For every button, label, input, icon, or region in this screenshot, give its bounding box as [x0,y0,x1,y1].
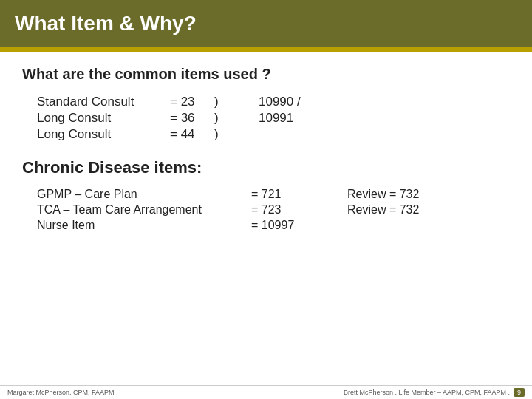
footer-left: Margaret McPherson. CPM, FAAPM [7,389,115,396]
accent-bar [0,47,532,52]
chronic-val: = 721 [251,188,347,201]
chronic-row: Nurse Item = 10997 [37,219,510,232]
footer-page-num: 9 [514,388,525,397]
table-row: Long Consult = 44 ) [37,127,510,142]
item-name: Long Consult [37,111,170,126]
table-row: Standard Consult = 23 ) 10990 / [37,95,510,109]
title-bar: What Item & Why? [0,0,532,47]
footer-right: Brett McPherson . Life Member – AAPM, CP… [344,389,525,396]
chronic-table: GPMP – Care Plan = 721 Review = 732 TCA … [37,188,510,234]
chronic-review: Review = 732 [347,203,419,216]
item-paren: ) [214,111,259,126]
slide-title: What Item & Why? [15,12,197,35]
items-table: Standard Consult = 23 ) 10990 / Long Con… [37,95,510,143]
item-name: Standard Consult [37,95,170,109]
chronic-row: GPMP – Care Plan = 721 Review = 732 [37,188,510,201]
item-eq: = 44 [170,127,214,142]
chronic-review: Review = 732 [347,188,419,201]
section-heading: What are the common items used ? [22,66,510,83]
table-row: Long Consult = 36 ) 10991 [37,111,510,126]
chronic-val: = 723 [251,203,347,216]
chronic-heading: Chronic Disease items: [22,158,510,177]
chronic-row: TCA – Team Care Arrangement = 723 Review… [37,203,510,216]
chronic-name: GPMP – Care Plan [37,188,251,201]
slide: What Item & Why? What are the common ite… [0,0,532,399]
item-code: 10990 / [259,95,301,109]
item-name: Long Consult [37,127,170,142]
chronic-name: TCA – Team Care Arrangement [37,203,251,216]
item-paren: ) [214,127,259,142]
chronic-val: = 10997 [251,219,347,232]
footer: Margaret McPherson. CPM, FAAPM Brett McP… [0,385,532,399]
chronic-name: Nurse Item [37,219,251,232]
item-paren: ) [214,95,259,109]
content-area: What are the common items used ? Standar… [0,52,532,385]
item-code: 10991 [259,111,293,126]
item-eq: = 36 [170,111,214,126]
item-eq: = 23 [170,95,214,109]
